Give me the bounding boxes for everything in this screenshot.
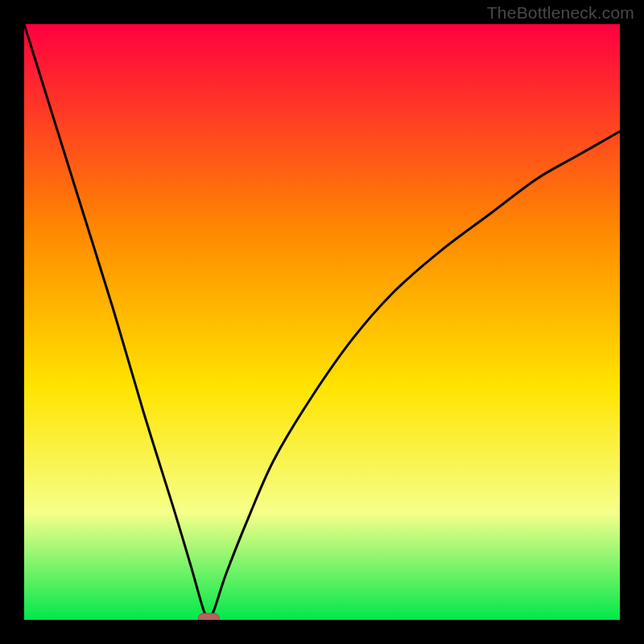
optimum-marker (198, 613, 219, 620)
chart-frame: TheBottleneck.com (0, 0, 644, 644)
watermark-text: TheBottleneck.com (487, 3, 634, 23)
chart-svg (24, 24, 620, 620)
gradient-background (24, 24, 620, 620)
plot-area (24, 24, 620, 620)
